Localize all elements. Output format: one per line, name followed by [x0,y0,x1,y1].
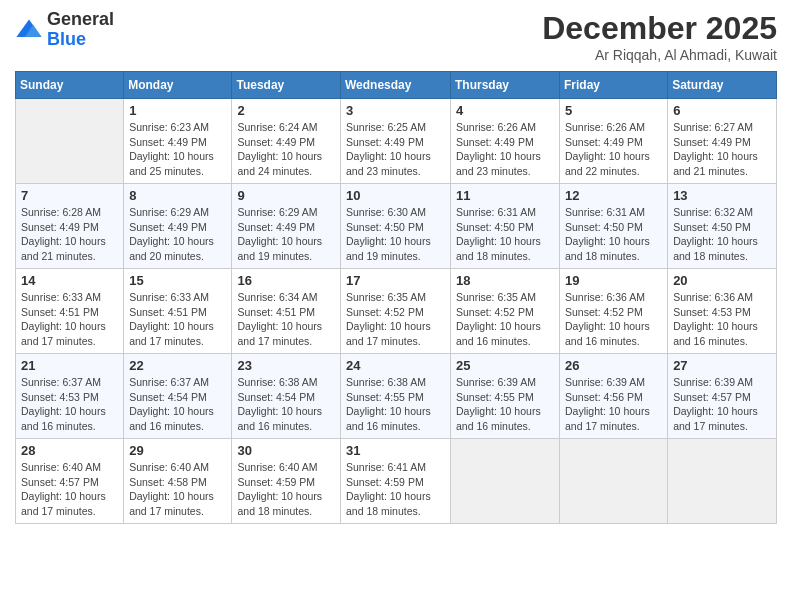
day-number: 17 [346,273,445,288]
calendar-cell: 2Sunrise: 6:24 AMSunset: 4:49 PMDaylight… [232,99,341,184]
day-info: Sunrise: 6:33 AMSunset: 4:51 PMDaylight:… [21,290,118,349]
day-info: Sunrise: 6:33 AMSunset: 4:51 PMDaylight:… [129,290,226,349]
day-info: Sunrise: 6:35 AMSunset: 4:52 PMDaylight:… [456,290,554,349]
day-number: 27 [673,358,771,373]
calendar-week-2: 14Sunrise: 6:33 AMSunset: 4:51 PMDayligh… [16,269,777,354]
calendar-week-0: 1Sunrise: 6:23 AMSunset: 4:49 PMDaylight… [16,99,777,184]
calendar-table: SundayMondayTuesdayWednesdayThursdayFrid… [15,71,777,524]
title-section: December 2025 Ar Riqqah, Al Ahmadi, Kuwa… [542,10,777,63]
day-info: Sunrise: 6:30 AMSunset: 4:50 PMDaylight:… [346,205,445,264]
calendar-cell: 24Sunrise: 6:38 AMSunset: 4:55 PMDayligh… [341,354,451,439]
day-info: Sunrise: 6:29 AMSunset: 4:49 PMDaylight:… [129,205,226,264]
day-number: 31 [346,443,445,458]
day-info: Sunrise: 6:38 AMSunset: 4:54 PMDaylight:… [237,375,335,434]
calendar-cell: 29Sunrise: 6:40 AMSunset: 4:58 PMDayligh… [124,439,232,524]
calendar-cell: 11Sunrise: 6:31 AMSunset: 4:50 PMDayligh… [451,184,560,269]
calendar-cell: 30Sunrise: 6:40 AMSunset: 4:59 PMDayligh… [232,439,341,524]
weekday-header-saturday: Saturday [668,72,777,99]
day-number: 25 [456,358,554,373]
day-info: Sunrise: 6:29 AMSunset: 4:49 PMDaylight:… [237,205,335,264]
logo: General Blue [15,10,114,50]
day-info: Sunrise: 6:37 AMSunset: 4:53 PMDaylight:… [21,375,118,434]
calendar-cell: 23Sunrise: 6:38 AMSunset: 4:54 PMDayligh… [232,354,341,439]
calendar-cell: 4Sunrise: 6:26 AMSunset: 4:49 PMDaylight… [451,99,560,184]
day-number: 22 [129,358,226,373]
day-number: 14 [21,273,118,288]
day-info: Sunrise: 6:26 AMSunset: 4:49 PMDaylight:… [456,120,554,179]
day-number: 5 [565,103,662,118]
calendar-cell: 21Sunrise: 6:37 AMSunset: 4:53 PMDayligh… [16,354,124,439]
day-info: Sunrise: 6:35 AMSunset: 4:52 PMDaylight:… [346,290,445,349]
weekday-header-tuesday: Tuesday [232,72,341,99]
day-info: Sunrise: 6:40 AMSunset: 4:57 PMDaylight:… [21,460,118,519]
calendar-cell: 7Sunrise: 6:28 AMSunset: 4:49 PMDaylight… [16,184,124,269]
calendar-cell: 5Sunrise: 6:26 AMSunset: 4:49 PMDaylight… [560,99,668,184]
calendar-cell: 6Sunrise: 6:27 AMSunset: 4:49 PMDaylight… [668,99,777,184]
day-number: 24 [346,358,445,373]
day-number: 1 [129,103,226,118]
calendar-body: 1Sunrise: 6:23 AMSunset: 4:49 PMDaylight… [16,99,777,524]
day-info: Sunrise: 6:28 AMSunset: 4:49 PMDaylight:… [21,205,118,264]
calendar-cell: 27Sunrise: 6:39 AMSunset: 4:57 PMDayligh… [668,354,777,439]
day-number: 20 [673,273,771,288]
day-number: 30 [237,443,335,458]
day-number: 8 [129,188,226,203]
day-number: 4 [456,103,554,118]
day-number: 11 [456,188,554,203]
day-number: 26 [565,358,662,373]
day-info: Sunrise: 6:26 AMSunset: 4:49 PMDaylight:… [565,120,662,179]
day-info: Sunrise: 6:31 AMSunset: 4:50 PMDaylight:… [565,205,662,264]
day-number: 2 [237,103,335,118]
calendar-cell [451,439,560,524]
day-number: 7 [21,188,118,203]
calendar-cell: 20Sunrise: 6:36 AMSunset: 4:53 PMDayligh… [668,269,777,354]
day-info: Sunrise: 6:31 AMSunset: 4:50 PMDaylight:… [456,205,554,264]
location: Ar Riqqah, Al Ahmadi, Kuwait [542,47,777,63]
day-info: Sunrise: 6:40 AMSunset: 4:59 PMDaylight:… [237,460,335,519]
calendar-cell: 14Sunrise: 6:33 AMSunset: 4:51 PMDayligh… [16,269,124,354]
calendar-cell: 3Sunrise: 6:25 AMSunset: 4:49 PMDaylight… [341,99,451,184]
day-number: 19 [565,273,662,288]
calendar-week-1: 7Sunrise: 6:28 AMSunset: 4:49 PMDaylight… [16,184,777,269]
day-number: 28 [21,443,118,458]
day-info: Sunrise: 6:38 AMSunset: 4:55 PMDaylight:… [346,375,445,434]
day-info: Sunrise: 6:27 AMSunset: 4:49 PMDaylight:… [673,120,771,179]
weekday-row: SundayMondayTuesdayWednesdayThursdayFrid… [16,72,777,99]
day-info: Sunrise: 6:36 AMSunset: 4:52 PMDaylight:… [565,290,662,349]
day-number: 21 [21,358,118,373]
day-info: Sunrise: 6:41 AMSunset: 4:59 PMDaylight:… [346,460,445,519]
calendar-cell: 8Sunrise: 6:29 AMSunset: 4:49 PMDaylight… [124,184,232,269]
day-info: Sunrise: 6:39 AMSunset: 4:56 PMDaylight:… [565,375,662,434]
calendar-cell: 18Sunrise: 6:35 AMSunset: 4:52 PMDayligh… [451,269,560,354]
calendar-cell: 22Sunrise: 6:37 AMSunset: 4:54 PMDayligh… [124,354,232,439]
day-number: 6 [673,103,771,118]
calendar-cell [560,439,668,524]
calendar-cell: 26Sunrise: 6:39 AMSunset: 4:56 PMDayligh… [560,354,668,439]
calendar-cell: 13Sunrise: 6:32 AMSunset: 4:50 PMDayligh… [668,184,777,269]
day-number: 12 [565,188,662,203]
calendar-cell: 1Sunrise: 6:23 AMSunset: 4:49 PMDaylight… [124,99,232,184]
day-info: Sunrise: 6:32 AMSunset: 4:50 PMDaylight:… [673,205,771,264]
calendar-cell: 9Sunrise: 6:29 AMSunset: 4:49 PMDaylight… [232,184,341,269]
weekday-header-friday: Friday [560,72,668,99]
weekday-header-monday: Monday [124,72,232,99]
calendar-cell: 16Sunrise: 6:34 AMSunset: 4:51 PMDayligh… [232,269,341,354]
day-info: Sunrise: 6:37 AMSunset: 4:54 PMDaylight:… [129,375,226,434]
day-number: 16 [237,273,335,288]
day-info: Sunrise: 6:24 AMSunset: 4:49 PMDaylight:… [237,120,335,179]
day-info: Sunrise: 6:25 AMSunset: 4:49 PMDaylight:… [346,120,445,179]
calendar-cell: 28Sunrise: 6:40 AMSunset: 4:57 PMDayligh… [16,439,124,524]
day-number: 3 [346,103,445,118]
month-title: December 2025 [542,10,777,47]
day-info: Sunrise: 6:39 AMSunset: 4:57 PMDaylight:… [673,375,771,434]
logo-blue: Blue [47,29,86,49]
logo-icon [15,16,43,44]
page: General Blue December 2025 Ar Riqqah, Al… [0,0,792,612]
calendar-cell: 31Sunrise: 6:41 AMSunset: 4:59 PMDayligh… [341,439,451,524]
calendar-cell: 17Sunrise: 6:35 AMSunset: 4:52 PMDayligh… [341,269,451,354]
logo-general: General [47,9,114,29]
weekday-header-thursday: Thursday [451,72,560,99]
day-number: 9 [237,188,335,203]
calendar-week-3: 21Sunrise: 6:37 AMSunset: 4:53 PMDayligh… [16,354,777,439]
day-info: Sunrise: 6:23 AMSunset: 4:49 PMDaylight:… [129,120,226,179]
